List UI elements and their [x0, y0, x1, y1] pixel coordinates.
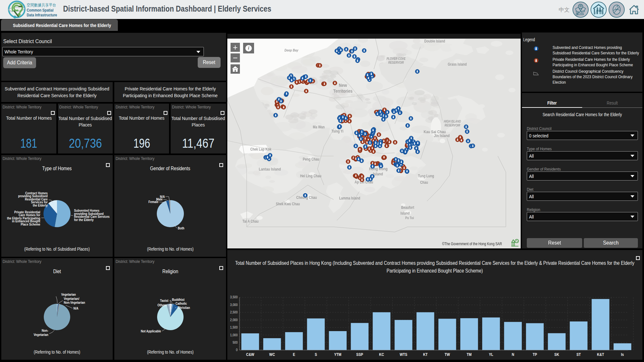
- svg-text:ST: ST: [576, 352, 581, 357]
- svg-text:K&T: K&T: [597, 352, 604, 357]
- svg-text:SSP: SSP: [356, 352, 363, 357]
- svg-text:Buddhist: Buddhist: [172, 298, 185, 302]
- svg-text:PLOVER COVE: PLOVER COVE: [386, 57, 406, 60]
- svg-text:RESERVOIR: RESERVOIR: [388, 61, 404, 64]
- svg-text:RESERVOIR: RESERVOIR: [445, 124, 460, 127]
- svg-text:WC: WC: [269, 352, 275, 357]
- svg-text:Vegetarian/: Vegetarian/: [64, 297, 79, 301]
- svg-text:TP: TP: [533, 352, 537, 357]
- svg-text:E: E: [293, 352, 295, 357]
- svg-text:New: New: [339, 83, 347, 88]
- svg-text:Tai A Chau: Tai A Chau: [242, 219, 259, 223]
- svg-text:Not Applicable: Not Applicable: [141, 329, 161, 333]
- svg-text:Ma Wan: Ma Wan: [313, 125, 325, 129]
- svg-text:1,000: 1,000: [230, 333, 238, 337]
- svg-text:Female: Female: [148, 200, 159, 204]
- svg-text:Christian: Christian: [177, 306, 190, 310]
- svg-text:Chau: Chau: [420, 180, 428, 184]
- svg-text:Peng Chau: Peng Chau: [303, 157, 319, 161]
- svg-text:Grass Island: Grass Island: [448, 62, 467, 66]
- svg-text:Territories: Territories: [333, 88, 353, 94]
- svg-text:WTS: WTS: [400, 352, 407, 357]
- svg-text:Vegetarian: Vegetarian: [61, 292, 76, 296]
- svg-text:YL: YL: [489, 352, 493, 357]
- svg-text:SK: SK: [554, 352, 559, 357]
- svg-text:©The Government of the Hong Ko: ©The Government of the Hong Kong SAR: [442, 242, 502, 246]
- svg-text:Tsing Yi: Tsing Yi: [332, 129, 344, 133]
- svg-text:3,500: 3,500: [230, 295, 238, 299]
- svg-text:1,500: 1,500: [230, 326, 238, 330]
- svg-text:N: N: [512, 352, 514, 357]
- svg-text:N/A: N/A: [73, 306, 79, 310]
- svg-text:KC: KC: [379, 352, 384, 357]
- svg-text:Island: Island: [401, 211, 410, 215]
- svg-text:Lantau Island: Lantau Island: [259, 167, 281, 172]
- svg-text:Is: Is: [621, 352, 624, 357]
- svg-text:Chek Lap Kok: Chek Lap Kok: [250, 147, 271, 151]
- svg-text:Jin Island: Jin Island: [434, 133, 450, 138]
- svg-text:Non-: Non-: [42, 329, 48, 332]
- svg-text:2,000: 2,000: [230, 318, 238, 322]
- svg-text:for the Elderly: for the Elderly: [74, 218, 94, 222]
- svg-text:TM: TM: [467, 352, 471, 357]
- svg-text:Tung Lung: Tung Lung: [418, 174, 434, 178]
- svg-text:Taoist: Taoist: [160, 299, 169, 302]
- svg-text:the Elderly: the Elderly: [33, 203, 48, 207]
- svg-text:TW: TW: [445, 352, 450, 357]
- svg-text:Lamma Island: Lamma Island: [339, 196, 360, 200]
- svg-text:Po Toi: Po Toi: [405, 216, 414, 220]
- svg-text:Beaufort: Beaufort: [401, 205, 414, 209]
- svg-text:Catholic: Catholic: [175, 302, 187, 305]
- svg-text:YTM: YTM: [334, 352, 341, 357]
- svg-text:Island: Island: [373, 172, 383, 176]
- svg-text:Place Scheme: Place Scheme: [21, 222, 40, 226]
- svg-text:C&W: C&W: [246, 352, 254, 357]
- svg-text:Vegetarian: Vegetarian: [33, 333, 48, 337]
- svg-text:Others: Others: [157, 303, 167, 307]
- svg-text:3,000: 3,000: [230, 303, 238, 307]
- svg-text:Non-Vegetarian: Non-Vegetarian: [64, 301, 85, 305]
- svg-text:Deep Bay: Deep Bay: [285, 48, 299, 52]
- svg-text:2,500: 2,500: [230, 311, 238, 314]
- svg-text:HIGH ISLAND: HIGH ISLAND: [444, 120, 461, 123]
- svg-text:S: S: [315, 352, 317, 357]
- svg-text:0: 0: [236, 348, 238, 352]
- svg-text:Shek Kwu Chau: Shek Kwu Chau: [276, 202, 300, 206]
- svg-text:KT: KT: [423, 352, 428, 357]
- svg-text:Both: Both: [178, 226, 185, 230]
- svg-text:Double Island: Double Island: [424, 39, 445, 43]
- svg-text:500: 500: [232, 340, 238, 344]
- svg-text:Hei Ling Chau: Hei Ling Chau: [300, 174, 321, 178]
